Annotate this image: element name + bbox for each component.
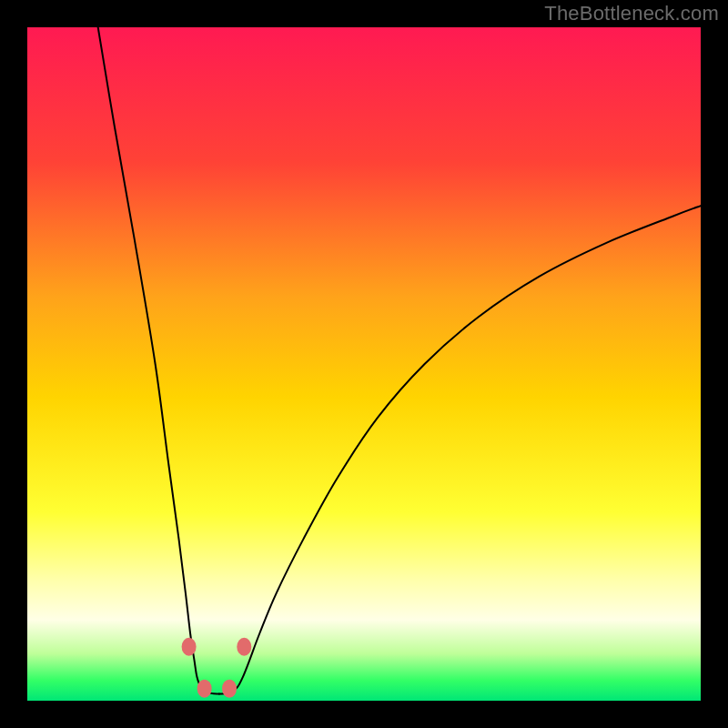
marker-dot-3	[237, 638, 251, 656]
chart-frame: TheBottleneck.com	[0, 0, 728, 728]
watermark-text: TheBottleneck.com	[544, 2, 719, 25]
marker-dot-1	[197, 680, 212, 698]
marker-dot-0	[182, 638, 197, 656]
marker-dot-2	[222, 680, 237, 698]
bottleneck-curve-chart	[27, 27, 701, 701]
gradient-background	[27, 27, 701, 701]
plot-area	[27, 27, 701, 701]
